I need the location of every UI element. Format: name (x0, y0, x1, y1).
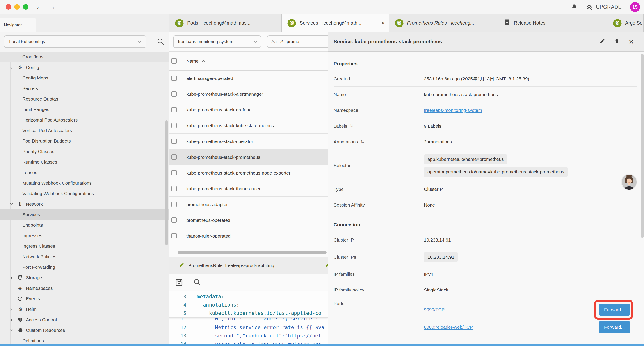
table-row-prometheus-operated[interactable]: prometheus-operated (169, 212, 328, 228)
sidebar-item-vertical-pod-autoscalers[interactable]: Vertical Pod Autoscalers (0, 125, 168, 136)
namespace-filter-select[interactable]: freeleaps-monitoring-system (173, 35, 261, 48)
row-checkbox[interactable] (172, 233, 177, 239)
sidebar-item-label: Access Control (0, 317, 57, 322)
row-checkbox[interactable] (172, 123, 177, 128)
select-all-checkbox[interactable] (172, 58, 177, 63)
sidebar-item-access-control[interactable]: Access Control (0, 315, 168, 325)
sidebar-item-cron-jobs[interactable]: Cron Jobs (0, 52, 168, 62)
forward-button[interactable]: Forward... (599, 321, 630, 333)
sidebar-search-icon[interactable] (157, 38, 164, 46)
row-checkbox[interactable] (172, 91, 177, 97)
name-column-header[interactable]: Name (186, 52, 205, 70)
row-checkbox[interactable] (172, 170, 177, 175)
sidebar-item-horizontal-pod-autoscalers[interactable]: Horizontal Pod Autoscalers (0, 115, 168, 125)
chevron-down-icon[interactable] (9, 65, 14, 69)
sidebar-item-port-forwarding[interactable]: Port Forwarding (0, 262, 168, 272)
editor-search-icon[interactable] (193, 278, 201, 287)
table-row-kube-prometheus-stack-kube-state-metrics[interactable]: kube-prometheus-stack-kube-state-metrics (169, 118, 328, 134)
selector-badge: operator.prometheus.io/name=kube-prometh… (424, 167, 568, 177)
sidebar-item-secrets[interactable]: Secrets (0, 83, 168, 94)
match-case-icon[interactable]: Aa (271, 39, 277, 44)
tab-release-notes[interactable]: Release Notes (498, 14, 607, 32)
forward-button[interactable]: Forward... (599, 304, 630, 316)
table-row-kube-prometheus-stack-thanos-ruler[interactable]: kube-prometheus-stack-thanos-ruler (169, 181, 328, 197)
row-checkbox[interactable] (172, 107, 177, 112)
sidebar-item-custom-resources[interactable]: Custom Resources (0, 325, 168, 336)
sidebar-scrollbar[interactable] (166, 120, 168, 245)
sidebar-item-helm[interactable]: ☸Helm (0, 304, 168, 315)
chevron-right-icon[interactable] (9, 318, 13, 322)
save-icon[interactable] (175, 278, 183, 288)
chevron-right-icon[interactable] (9, 307, 13, 312)
sidebar-item-config-maps[interactable]: Config Maps (0, 73, 168, 83)
table-row-thanos-ruler-operated[interactable]: thanos-ruler-operated (169, 228, 328, 244)
notification-count-badge[interactable]: 15 (630, 2, 640, 12)
sidebar-item-resource-quotas[interactable]: Resource Quotas (0, 94, 168, 104)
sidebar-item-network[interactable]: ⇅Network (0, 199, 168, 209)
tab-services-icecheng-math[interactable]: ☸Services - icecheng@math...× (282, 14, 389, 32)
sidebar-item-storage[interactable]: Storage (0, 272, 168, 283)
horizontal-scrollbar[interactable] (169, 251, 328, 254)
chevron-down-icon[interactable] (9, 202, 14, 206)
sidebar-item-ingresses[interactable]: Ingresses (0, 230, 168, 241)
sidebar-item-endpoints[interactable]: Endpoints (0, 220, 168, 230)
row-checkbox[interactable] (172, 75, 177, 81)
sort-icon[interactable]: ⇅ (350, 123, 353, 129)
sidebar-item-label: Limit Ranges (0, 107, 49, 112)
forward-icon[interactable]: → (48, 2, 56, 12)
sidebar-item-ingress-classes[interactable]: Ingress Classes (0, 241, 168, 251)
sidebar-item-events[interactable]: Events (0, 294, 168, 304)
namespace-link[interactable]: freeleaps-monitoring-system (424, 108, 482, 113)
table-row-kube-prometheus-stack-alertmanager[interactable]: kube-prometheus-stack-alertmanager (169, 86, 328, 102)
detail-scrollbar[interactable] (641, 54, 644, 238)
zoom-window-button[interactable] (23, 4, 28, 10)
upgrade-button[interactable]: UPGRADE (586, 3, 622, 10)
row-checkbox[interactable] (172, 139, 177, 144)
tab-argo-se[interactable]: ☸Argo Se (607, 14, 644, 32)
sidebar-item-validating-webhook-configurations[interactable]: Validating Webhook Configurations (0, 188, 168, 199)
navigator-tab[interactable]: Navigator (0, 18, 36, 32)
delete-icon[interactable] (614, 38, 620, 45)
chevron-right-icon[interactable] (9, 276, 13, 280)
minimize-window-button[interactable] (14, 4, 20, 10)
table-row-kube-prometheus-stack-prometheus-node-ex[interactable]: kube-prometheus-stack-prometheus-node-ex… (169, 165, 328, 181)
table-search-input[interactable]: Aa .* prome (267, 35, 328, 48)
close-window-button[interactable] (6, 4, 11, 10)
kubeconfig-selector[interactable]: Local Kubeconfigs (4, 35, 146, 48)
sidebar-item-leases[interactable]: Leases (0, 167, 168, 178)
sort-icon[interactable]: ⇅ (360, 139, 364, 144)
table-row-kube-prometheus-stack-grafana[interactable]: kube-prometheus-stack-grafana (169, 102, 328, 118)
table-row-alertmanager-operated[interactable]: alertmanager-operated (169, 70, 328, 86)
sidebar-item-priority-classes[interactable]: Priority Classes (0, 146, 168, 157)
sidebar-item-network-policies[interactable]: Network Policies (0, 251, 168, 262)
table-row-kube-prometheus-stack-operator[interactable]: kube-prometheus-stack-operator (169, 134, 328, 149)
tab-prometheus-rules-icecheng[interactable]: ☸Prometheus Rules - icecheng... (389, 14, 498, 32)
avatar[interactable] (620, 173, 638, 191)
table-row-prometheus-adapter[interactable]: prometheus-adapter (169, 197, 328, 212)
close-icon[interactable]: × (382, 20, 385, 26)
edit-icon[interactable] (599, 38, 605, 45)
tab-pods-icecheng-mathmas[interactable]: ☸Pods - icecheng@mathmas... (169, 14, 282, 32)
close-icon[interactable]: ✕ (628, 39, 634, 45)
chevron-down-icon[interactable] (9, 328, 14, 332)
regex-icon[interactable]: .* (280, 39, 283, 44)
bell-icon[interactable] (571, 4, 577, 10)
dock-tab-partial[interactable] (322, 257, 328, 274)
row-checkbox[interactable] (172, 186, 177, 191)
sidebar-item-runtime-classes[interactable]: Runtime Classes (0, 157, 168, 167)
table-row-kube-prometheus-stack-prometheus[interactable]: kube-prometheus-stack-prometheus (169, 149, 328, 165)
port-link[interactable]: 9090/TCP (424, 307, 445, 312)
dock-tab-prometheusrule[interactable]: PrometheusRule: freeleaps-prod-rabbitmq (173, 257, 321, 274)
sidebar-item-services[interactable]: Services (0, 209, 168, 220)
port-link[interactable]: 8080:reloader-web/TCP (424, 325, 473, 330)
sidebar-item-limit-ranges[interactable]: Limit Ranges (0, 104, 168, 115)
row-checkbox[interactable] (172, 217, 177, 223)
back-icon[interactable]: ← (35, 2, 44, 12)
sidebar-item-pod-disruption-budgets[interactable]: Pod Disruption Budgets (0, 136, 168, 146)
sidebar-item-config[interactable]: ⚙Config (0, 62, 168, 73)
row-checkbox[interactable] (172, 202, 177, 207)
row-checkbox[interactable] (172, 154, 177, 160)
yaml-editor[interactable]: 3metadata:4 annotations:5 kubectl.kubern… (169, 291, 328, 346)
sidebar-item-namespaces[interactable]: ◈Namespaces (0, 283, 168, 294)
sidebar-item-mutating-webhook-configurations[interactable]: Mutating Webhook Configurations (0, 178, 168, 188)
